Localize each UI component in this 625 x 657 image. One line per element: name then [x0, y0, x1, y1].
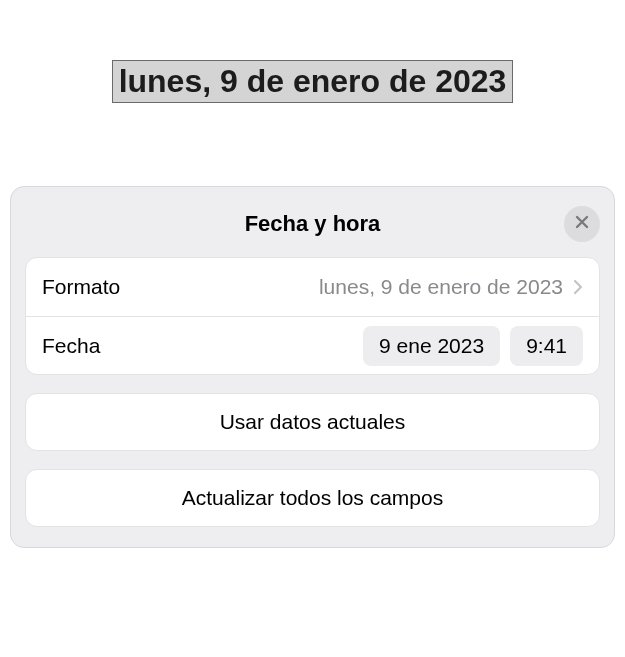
use-current-data-button[interactable]: Usar datos actuales [25, 393, 600, 451]
format-value: lunes, 9 de enero de 2023 [319, 275, 563, 299]
chevron-right-icon [573, 279, 583, 295]
date-row: Fecha 9 ene 2023 9:41 [26, 316, 599, 374]
close-button[interactable] [564, 206, 600, 242]
date-label: Fecha [42, 334, 100, 358]
format-row[interactable]: Formato lunes, 9 de enero de 2023 [26, 258, 599, 316]
format-label: Formato [42, 275, 120, 299]
settings-group: Formato lunes, 9 de enero de 2023 Fecha … [25, 257, 600, 375]
sheet-title: Fecha y hora [245, 211, 381, 237]
time-picker-chip[interactable]: 9:41 [510, 326, 583, 366]
close-icon [574, 214, 590, 234]
sheet-header: Fecha y hora [25, 201, 600, 247]
selected-date-field[interactable]: lunes, 9 de enero de 2023 [112, 60, 514, 103]
update-all-fields-button[interactable]: Actualizar todos los campos [25, 469, 600, 527]
date-picker-chip[interactable]: 9 ene 2023 [363, 326, 500, 366]
date-time-sheet: Fecha y hora Formato lunes, 9 de enero d… [10, 186, 615, 548]
document-canvas: lunes, 9 de enero de 2023 [0, 0, 625, 103]
